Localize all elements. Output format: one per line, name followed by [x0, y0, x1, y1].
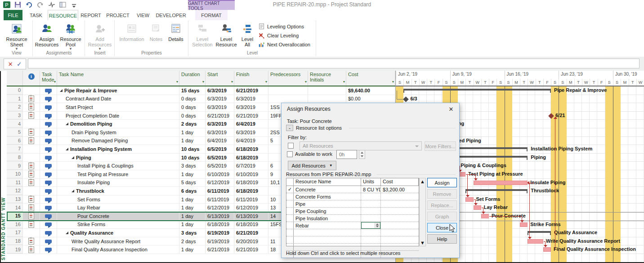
start-cell[interactable]: 6/5/2019 — [206, 145, 234, 153]
row-number[interactable]: 10 — [7, 170, 23, 178]
task-mode-cell[interactable] — [40, 145, 57, 153]
resource-row[interactable]: ✓Concrete8 CU YD$3,200.00 — [286, 186, 419, 193]
indicator-cell[interactable] — [23, 187, 40, 195]
start-cell[interactable]: 6/18/2019 — [206, 221, 234, 229]
close-button[interactable]: Close — [427, 223, 457, 232]
resource-units-cell[interactable] — [361, 215, 381, 222]
finish-cell[interactable]: 6/21/2019 — [234, 229, 268, 237]
duration-cell[interactable]: 1 day — [179, 245, 206, 254]
summary-bar[interactable] — [403, 89, 551, 91]
finish-cell[interactable]: 6/21/2019 — [234, 112, 268, 120]
task-mode-cell[interactable] — [40, 170, 57, 178]
resource-name-cell[interactable]: Pipe Insulation — [294, 215, 361, 222]
task-mode-cell[interactable] — [40, 95, 57, 103]
resource-cost-cell[interactable] — [381, 236, 419, 243]
task-bar[interactable] — [474, 181, 528, 185]
available-to-work-checkbox[interactable] — [287, 151, 293, 157]
task-name-cell[interactable]: Lay Rebar — [57, 204, 179, 212]
resource-row[interactable]: Pipe — [286, 200, 419, 208]
resource-cost-cell[interactable] — [381, 200, 419, 207]
row-number[interactable]: 6 — [7, 137, 23, 145]
task-bar[interactable] — [528, 239, 543, 244]
filter-arrow-icon[interactable]: ▾ — [54, 79, 56, 85]
summary-bar[interactable] — [465, 189, 528, 191]
task-name-cell[interactable]: Pipe Repair & Improve — [57, 86, 179, 95]
finish-cell[interactable]: 6/12/2019 — [234, 204, 268, 212]
resource-units-cell[interactable]: 8 CU YD — [361, 186, 381, 193]
collapse-triangle-icon[interactable] — [72, 156, 74, 159]
predecessors-cell[interactable] — [268, 95, 308, 103]
indicator-cell[interactable] — [23, 86, 40, 95]
task-mode-cell[interactable] — [40, 137, 57, 145]
column-header-rownum[interactable] — [7, 71, 23, 86]
customize-toolbar-icon[interactable] — [70, 1, 78, 8]
units-spinner[interactable] — [374, 222, 380, 228]
dialog-close-icon[interactable]: ✕ — [447, 105, 456, 113]
cost-cell[interactable]: $0.00 — [346, 95, 395, 103]
start-cell[interactable]: 6/5/2019 — [206, 162, 234, 170]
table-row[interactable]: 0Pipe Repair & Improve15 days6/3/20196/2… — [7, 86, 395, 95]
resource-row[interactable] — [286, 229, 419, 236]
column-header-start[interactable]: Start▾ — [206, 71, 234, 86]
task-mode-cell[interactable] — [40, 112, 57, 120]
details-button[interactable]: Details — [166, 22, 185, 42]
task-mode-cell[interactable] — [40, 204, 57, 212]
resource-sheet-button[interactable]: Resource Sheet ▼ — [4, 22, 30, 52]
indicator-cell[interactable] — [23, 204, 40, 212]
row-number[interactable]: 2 — [7, 103, 23, 111]
resource-cost-cell[interactable] — [381, 244, 419, 250]
collapse-triangle-icon[interactable] — [72, 190, 74, 192]
row-number[interactable]: 0 — [7, 86, 23, 95]
task-mode-cell[interactable] — [40, 86, 57, 95]
start-cell[interactable]: 6/12/2019 — [206, 204, 234, 212]
cancel-entry-icon[interactable]: ✕ — [8, 61, 13, 68]
entry-bar-input[interactable] — [28, 59, 640, 68]
level-all-button[interactable]: Level All — [239, 22, 255, 47]
task-name-cell[interactable]: Installation Piping System — [57, 145, 179, 153]
task-name-cell[interactable]: Pour Concrete — [57, 212, 179, 220]
task-mode-cell[interactable] — [40, 154, 57, 162]
indicator-cell[interactable] — [23, 95, 40, 103]
start-cell[interactable]: 6/19/2019 — [206, 229, 234, 237]
indicator-cell[interactable] — [23, 145, 40, 153]
task-name-cell[interactable]: Set Forms — [57, 195, 179, 204]
indicator-cell[interactable] — [23, 237, 40, 245]
resource-name-cell[interactable]: Concrete — [294, 186, 361, 193]
clear-leveling-button[interactable]: Clear Leveling — [258, 31, 299, 40]
scroll-up-icon[interactable]: ▲ — [420, 178, 425, 185]
task-mode-cell[interactable] — [40, 195, 57, 204]
cost-cell[interactable]: $9,640.00 — [346, 86, 395, 95]
finish-cell[interactable]: 6/18/2019 — [234, 154, 268, 162]
duration-cell[interactable]: 1 day — [179, 195, 206, 204]
resource-cost-cell[interactable] — [381, 222, 419, 229]
resource-row[interactable] — [286, 244, 419, 251]
task-mode-cell[interactable] — [40, 187, 57, 195]
indicator-cell[interactable] — [23, 245, 40, 254]
start-cell[interactable]: 6/3/2019 — [206, 120, 234, 128]
duration-cell[interactable]: 2 days — [179, 237, 206, 245]
table-row[interactable]: 1Contract Award Date0 days6/3/20196/3/20… — [7, 95, 395, 104]
start-cell[interactable]: 6/13/2019 — [206, 212, 234, 220]
row-number[interactable]: 11 — [7, 179, 23, 187]
filter-arrow-icon[interactable]: ▾ — [265, 79, 267, 85]
resource-units-cell[interactable] — [361, 200, 381, 207]
filter-arrow-icon[interactable]: ▾ — [392, 79, 394, 85]
tab-view[interactable]: VIEW — [133, 10, 153, 20]
filter-arrow-icon[interactable]: ▾ — [176, 79, 178, 85]
row-number[interactable]: 9 — [7, 162, 23, 170]
available-to-work-spinner[interactable] — [359, 150, 365, 159]
column-header-finish[interactable]: Finish▾ — [234, 71, 268, 86]
resource-name-cell[interactable]: Pipe Coupling — [294, 208, 361, 214]
column-header-task-mode[interactable]: Task Mode▾ — [40, 71, 57, 86]
indicator-cell[interactable] — [23, 103, 40, 111]
filter-arrow-icon[interactable]: ▾ — [231, 79, 233, 85]
project-logo-icon[interactable]: P — [3, 1, 11, 8]
row-number[interactable]: 5 — [7, 128, 23, 136]
task-name-cell[interactable]: Write Quality Assurance Report — [57, 237, 179, 245]
start-cell[interactable]: 6/21/2019 — [206, 245, 234, 254]
row-number[interactable]: 12 — [7, 187, 23, 195]
resource-name-cell[interactable]: Pipe — [294, 200, 361, 207]
finish-cell[interactable]: 6/18/2019 — [234, 179, 268, 187]
resource-cost-cell[interactable] — [381, 193, 419, 200]
task-bar[interactable] — [465, 197, 473, 202]
